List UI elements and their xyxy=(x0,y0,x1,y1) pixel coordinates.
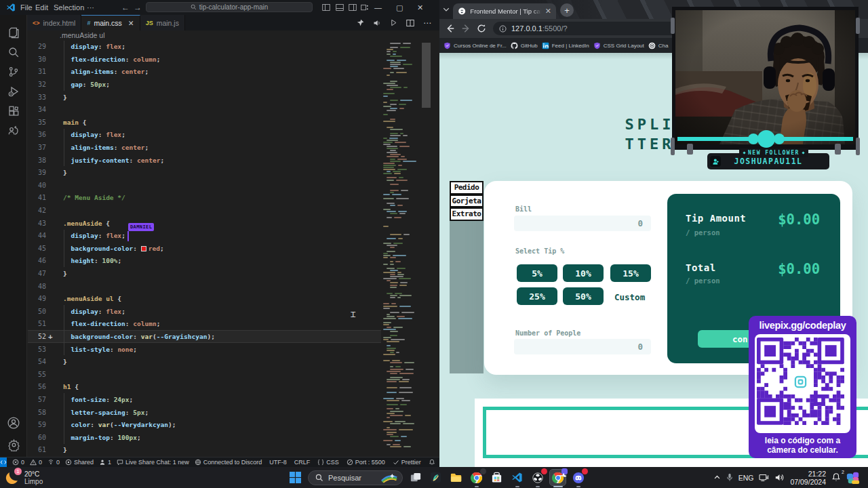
code-line-45[interactable]: 45 background-color: red; xyxy=(28,242,381,255)
code-line-58[interactable]: 58 letter-spacing: 5px; xyxy=(28,406,381,419)
tip-button-10[interactable]: 10% xyxy=(563,264,604,282)
app-capture-icon[interactable] xyxy=(428,470,443,485)
code-line-60[interactable]: 60 margin-top: 100px; xyxy=(28,431,381,444)
code-line-49[interactable]: 49.menuAside ul { xyxy=(28,293,381,306)
taskbar-clock[interactable]: 21:2207/09/2024 xyxy=(790,470,826,486)
bookmark-github[interactable]: GitHub xyxy=(511,42,538,49)
code-line-40[interactable]: 40 xyxy=(28,179,381,192)
status-shared[interactable]: Shared xyxy=(65,459,94,466)
notification-bell-icon[interactable] xyxy=(831,472,841,482)
status-crlf[interactable]: CRLF xyxy=(294,459,311,466)
obs-button[interactable] xyxy=(530,470,545,485)
file-explorer-button[interactable] xyxy=(448,470,464,485)
tab-search-icon[interactable] xyxy=(443,6,450,13)
code-line-44[interactable]: 44 display: flex; xyxy=(28,230,381,243)
code-line-52[interactable]: 52+ background-color: var(--Grayishcyan)… xyxy=(28,330,381,343)
nav-forward-icon[interactable]: → xyxy=(134,0,142,15)
weather-widget[interactable]: 1 20°CLimpo xyxy=(4,470,106,486)
editor-scrollbar[interactable] xyxy=(421,40,431,457)
menu-selection[interactable]: Selection xyxy=(54,0,84,15)
scrollbar-thumb[interactable] xyxy=(422,43,431,108)
source-control-icon[interactable] xyxy=(5,64,22,80)
volume-icon[interactable] xyxy=(774,473,785,482)
people-input[interactable]: 0 xyxy=(514,339,651,354)
status-1[interactable]: 1 xyxy=(99,459,111,466)
run-icon[interactable] xyxy=(390,19,397,26)
code-line-47[interactable]: 47} xyxy=(28,267,381,280)
close-icon[interactable]: ✕ xyxy=(128,19,134,27)
status-css[interactable]: CSS xyxy=(317,459,339,466)
explorer-icon[interactable] xyxy=(5,24,22,41)
code-line-39[interactable]: 39} xyxy=(28,167,381,180)
tab-main-css[interactable]: # main.css ✕ xyxy=(81,15,140,30)
code-line-37[interactable]: 37 align-items: center; xyxy=(28,141,381,154)
bookmark-css-grid-layout[interactable]: CSS Grid Layout xyxy=(593,42,644,49)
code-line-32[interactable]: 32 gap: 50px; xyxy=(28,78,381,91)
tip-button-5[interactable]: 5% xyxy=(517,264,557,282)
back-icon[interactable] xyxy=(446,24,455,33)
taskbar-search[interactable]: Pesquisar xyxy=(308,470,403,485)
tip-button-15[interactable]: 15% xyxy=(610,264,651,282)
code-line-33[interactable]: 33} xyxy=(28,91,381,104)
layout-sidebar-right-icon[interactable] xyxy=(349,3,357,12)
custom-tip-label[interactable]: Custom xyxy=(614,292,645,302)
code-line-55[interactable]: 55 xyxy=(28,368,381,381)
chrome-button[interactable] xyxy=(469,470,484,485)
tip-button-50[interactable]: 50% xyxy=(563,287,604,305)
status-connected-to-discord[interactable]: Connected to Discord xyxy=(195,459,262,466)
reload-icon[interactable] xyxy=(477,24,486,33)
remote-indicator[interactable] xyxy=(0,458,7,468)
discord-button[interactable] xyxy=(570,470,586,485)
tab-index-html[interactable]: <> index.html xyxy=(27,15,81,30)
code-line-42[interactable]: 42 xyxy=(28,204,381,217)
microphone-icon[interactable] xyxy=(726,473,733,482)
microsoft-store-button[interactable] xyxy=(489,470,505,485)
code-editor[interactable]: 29 display: flex;30 flex-direction: colu… xyxy=(28,40,381,457)
menu-item-pedido[interactable]: Pedido xyxy=(450,181,484,195)
status-0[interactable]: 0 xyxy=(47,459,60,466)
code-line-59[interactable]: 59 color: var(--Verydarkcyan); xyxy=(28,419,381,432)
code-line-57[interactable]: 57 font-size: 24px; xyxy=(28,393,381,406)
layout-panel-icon[interactable] xyxy=(336,3,344,12)
search-icon[interactable] xyxy=(5,44,22,60)
site-info-icon[interactable] xyxy=(499,25,507,33)
settings-gear-icon[interactable] xyxy=(5,436,22,453)
status-live-share-chat-1-new[interactable]: Live Share Chat: 1 new xyxy=(117,459,189,466)
status-prettier[interactable]: Prettier xyxy=(393,459,421,466)
live-share-icon[interactable] xyxy=(5,123,22,139)
color-swatch[interactable] xyxy=(141,246,146,251)
code-line-56[interactable]: 56h1 { xyxy=(28,381,381,394)
tip-button-25[interactable]: 25% xyxy=(517,287,557,305)
code-line-51[interactable]: 51 flex-direction: column; xyxy=(28,318,381,331)
split-editor-icon[interactable] xyxy=(406,19,414,27)
minimize-button[interactable]: — xyxy=(374,0,382,15)
code-line-38[interactable]: 38 justify-content: center; xyxy=(28,154,381,167)
status-0[interactable]: 0 xyxy=(12,459,24,466)
code-line-36[interactable]: 36 display: flex; xyxy=(28,129,381,142)
code-line-53[interactable]: 53 list-style: none; xyxy=(28,343,381,356)
code-line-43[interactable]: 43.menuAside { xyxy=(28,217,381,230)
maximize-button[interactable]: ▢ xyxy=(396,0,403,15)
start-button[interactable] xyxy=(288,470,303,485)
minimap[interactable] xyxy=(381,40,420,457)
language-indicator[interactable]: ENG xyxy=(738,474,754,482)
tray-expand-icon[interactable] xyxy=(713,474,721,481)
vscode-search-box[interactable]: tip-calculator-app-main xyxy=(146,2,313,12)
run-debug-icon[interactable] xyxy=(5,83,22,100)
code-line-61[interactable]: 61} xyxy=(28,444,381,457)
network-icon[interactable] xyxy=(759,473,769,482)
code-line-48[interactable]: 48 xyxy=(28,280,381,293)
account-icon[interactable] xyxy=(5,415,22,431)
bill-input[interactable]: 0 xyxy=(514,216,651,231)
code-line-50[interactable]: 50 display: flex; xyxy=(28,305,381,318)
code-line-34[interactable]: 34 xyxy=(28,104,381,117)
tab-main-js[interactable]: JS main.js xyxy=(140,15,185,30)
bookmark-cha[interactable]: Cha xyxy=(648,42,669,49)
code-line-46[interactable]: 46 height: 100%; xyxy=(28,255,381,268)
code-line-30[interactable]: 30 flex-direction: column; xyxy=(28,53,381,66)
url-bar[interactable]: 127.0.0.1:5500/? xyxy=(493,22,687,35)
pin-icon[interactable] xyxy=(357,19,364,26)
audio-icon[interactable] xyxy=(373,19,381,27)
menu-item-gorjeta[interactable]: Gorjeta xyxy=(450,195,484,208)
copilot-tray-icon[interactable] xyxy=(846,471,860,485)
